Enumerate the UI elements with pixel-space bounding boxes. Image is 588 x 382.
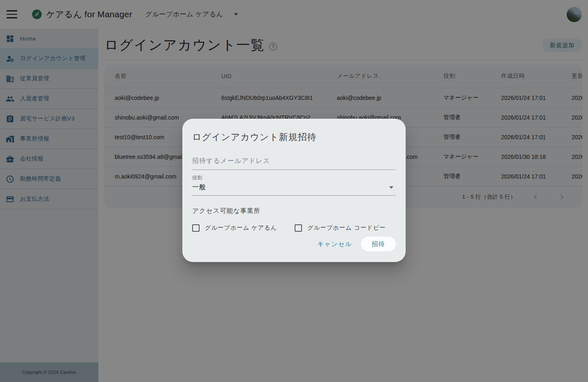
role-select-value: 一般	[192, 183, 206, 192]
accessible-offices-label: アクセス可能な事業所	[192, 207, 396, 215]
chevron-down-icon	[389, 186, 393, 189]
role-select[interactable]: 役割 一般	[192, 174, 396, 196]
app-window: ケアるん for Manager グループホーム ケアるん Home ログインア…	[0, 0, 588, 382]
office-checkbox-label: グループホーム ケアるん	[205, 224, 277, 232]
cancel-button[interactable]: キャンセル	[315, 237, 354, 251]
office-checkbox-item[interactable]: グループホーム ケアるん	[192, 224, 277, 232]
dialog-actions: キャンセル 招待	[192, 237, 396, 252]
office-checkbox-label: グループホーム コードビー	[307, 224, 386, 232]
role-select-label: 役割	[192, 174, 396, 181]
checkbox-unchecked-icon[interactable]	[295, 224, 302, 232]
office-checkbox-group: グループホーム ケアるん グループホーム コードビー	[192, 224, 396, 232]
invite-button[interactable]: 招待	[361, 237, 396, 251]
invite-dialog: ログインアカウント新規招待 役割 一般 アクセス可能な事業所 グループホーム ケ…	[182, 119, 406, 262]
checkbox-unchecked-icon[interactable]	[192, 224, 200, 232]
office-checkbox-item[interactable]: グループホーム コードビー	[295, 224, 386, 232]
dialog-title: ログインアカウント新規招待	[192, 131, 396, 143]
invite-email-input[interactable]	[192, 156, 396, 170]
